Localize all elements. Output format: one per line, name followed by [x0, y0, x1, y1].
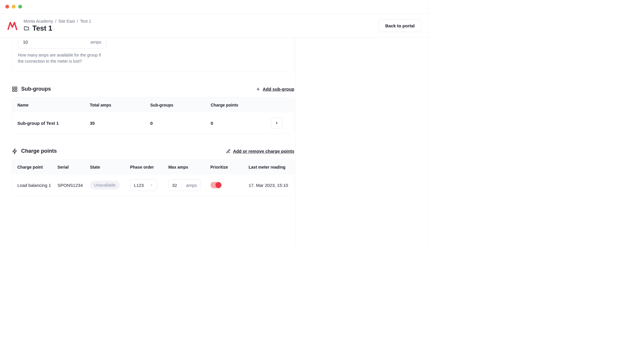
- svg-rect-1: [13, 87, 14, 89]
- column-header: Phase order: [130, 164, 168, 170]
- max-amps-value: 32: [172, 183, 177, 188]
- svg-rect-2: [15, 87, 17, 89]
- subgroup-total-amps: 35: [90, 121, 150, 126]
- page-title: Test 1: [32, 24, 52, 32]
- grid-icon: [12, 86, 18, 92]
- chargepoint-serial: SPONS1234: [57, 183, 90, 188]
- chevron-right-icon: [275, 121, 279, 125]
- back-to-portal-button[interactable]: Back to portal: [378, 19, 421, 32]
- svg-rect-4: [15, 89, 17, 91]
- breadcrumb: Monta Academy / Site East / Test 1: [24, 19, 91, 24]
- breadcrumb-item[interactable]: Test 1: [80, 19, 91, 24]
- table-row: Sub-group of Test 1 35 0 0: [12, 112, 294, 134]
- edit-chargepoints-button[interactable]: Add or remove charge points: [226, 149, 294, 154]
- fallback-amps-input[interactable]: 10 amps: [18, 38, 106, 49]
- minimize-window-button[interactable]: [12, 5, 16, 9]
- chargepoint-state-badge: Unavailable: [90, 181, 120, 190]
- edit-chargepoints-label: Add or remove charge points: [233, 149, 294, 154]
- chargepoints-table-header: Charge point Serial State Phase order Ma…: [12, 160, 294, 174]
- lightning-icon: [12, 148, 18, 154]
- prioritize-toggle[interactable]: [210, 182, 222, 188]
- subgroup-chargepoints-count: 0: [211, 121, 271, 126]
- phase-order-select[interactable]: L123: [130, 179, 157, 191]
- right-panel-divider: [295, 38, 296, 244]
- subgroups-title: Sub-groups: [21, 86, 51, 92]
- column-header: Prioritize: [210, 164, 249, 170]
- breadcrumb-item[interactable]: Site East: [58, 19, 75, 24]
- toggle-knob: [215, 182, 221, 188]
- svg-rect-3: [13, 89, 14, 91]
- subgroup-name: Sub-group of Test 1: [17, 121, 90, 126]
- column-header: Total amps: [90, 103, 150, 107]
- column-header: State: [90, 164, 130, 170]
- fallback-amps-help: How many amps are available for the grou…: [18, 52, 106, 64]
- column-header: Serial: [57, 164, 90, 170]
- subgroups-table-header: Name Total amps Sub-groups Charge points: [12, 98, 294, 112]
- window-titlebar: [0, 0, 429, 14]
- page-header: Monta Academy / Site East / Test 1 Test …: [0, 14, 429, 38]
- fallback-amps-unit: amps: [90, 39, 101, 44]
- svg-point-0: [16, 29, 17, 30]
- column-header: Max amps: [168, 164, 210, 170]
- column-header: Name: [17, 103, 90, 107]
- subgroup-subgroups-count: 0: [150, 121, 211, 126]
- app-logo: [7, 20, 18, 31]
- column-header: Charge point: [17, 164, 57, 170]
- chargepoints-title: Charge points: [21, 148, 57, 154]
- maximize-window-button[interactable]: [18, 5, 22, 9]
- folder-icon: [24, 25, 29, 31]
- add-subgroup-button[interactable]: Add sub-group: [256, 87, 294, 92]
- add-subgroup-label: Add sub-group: [263, 87, 294, 92]
- fallback-amps-value: 10: [23, 39, 28, 44]
- column-header: Sub-groups: [150, 103, 211, 107]
- close-window-button[interactable]: [5, 5, 9, 9]
- open-subgroup-button[interactable]: [271, 117, 282, 129]
- fallback-amps-card: 10 amps How many amps are available for …: [12, 38, 294, 72]
- breadcrumb-item[interactable]: Monta Academy: [24, 19, 53, 24]
- max-amps-input[interactable]: 32 amps: [168, 179, 201, 191]
- last-meter-reading: 17. Mar 2023, 15:10: [249, 183, 289, 188]
- phase-order-value: L123: [134, 183, 144, 188]
- chargepoint-name: Load balancing 1: [17, 183, 57, 188]
- column-header: Charge points: [211, 103, 271, 107]
- column-header: Last meter reading: [249, 164, 289, 170]
- table-row: Load balancing 1 SPONS1234 Unavailable L…: [12, 174, 294, 196]
- subgroups-table: Name Total amps Sub-groups Charge points…: [12, 97, 294, 134]
- plus-icon: [256, 87, 260, 92]
- edit-icon: [226, 149, 231, 154]
- chargepoints-table: Charge point Serial State Phase order Ma…: [12, 159, 294, 196]
- chevron-down-icon: [150, 183, 153, 187]
- max-amps-unit: amps: [186, 183, 197, 188]
